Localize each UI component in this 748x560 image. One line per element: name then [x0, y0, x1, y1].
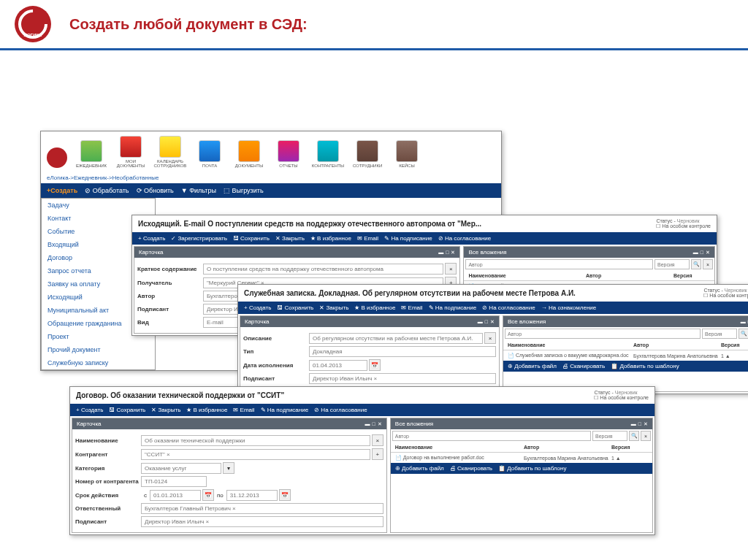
doc-toolbar: + Создать 🖫 Сохранить ✕ Закрыть ★ В избр…	[238, 302, 748, 314]
calendar-icon[interactable]: 📅	[202, 489, 214, 501]
app-icon-mail[interactable]: ПОЧТА	[191, 140, 228, 168]
app-icon-contractors[interactable]: КОНТРАГЕНТЫ	[310, 140, 346, 168]
col-name: Наименование	[468, 273, 586, 278]
input-date[interactable]: 01.04.2013	[309, 360, 367, 371]
refresh-button[interactable]: ⟳ Обновить	[137, 187, 174, 194]
input-responsible[interactable]: Бухгалтеров Главный Петрович ×	[141, 503, 383, 514]
tb-save[interactable]: 🖫 Сохранить	[233, 235, 270, 242]
scan-button[interactable]: 🖨 Сканировать	[562, 363, 605, 369]
tb-save[interactable]: 🖫 Сохранить	[277, 304, 313, 311]
create-button[interactable]: +Создать	[47, 187, 77, 194]
app-icon-docs[interactable]: ДОКУМЕНТЫ	[231, 140, 267, 168]
input-type[interactable]: Докладная	[309, 346, 496, 357]
main-toolbar: +Создать ⊘ Обработать ⟳ Обновить ▼ Фильт…	[41, 183, 501, 198]
input-date-from[interactable]: 01.01.2013	[150, 490, 201, 501]
dropdown-item[interactable]: Прочий документ	[42, 343, 155, 356]
tb-sign[interactable]: ✎ На подписание	[261, 407, 309, 413]
app-icon-calendar[interactable]: КАЛЕНДАРЬ СОТРУДНИКОВ	[152, 136, 188, 168]
add-file-button[interactable]: ⊕ Добавить файл	[508, 363, 557, 369]
app-icon-cases[interactable]: КЕЙСЫ	[389, 140, 425, 168]
lbl-desc: Описание	[243, 335, 309, 342]
clear-icon[interactable]: ×	[372, 434, 383, 446]
clear-icon[interactable]: ×	[641, 431, 651, 441]
doc-status: Статус - Черновик☐ На особом контроле	[656, 218, 711, 229]
tb-fav[interactable]: ★ В избранное	[354, 304, 395, 311]
add-template-button[interactable]: 📋 Добавить по шаблону	[611, 363, 679, 369]
app-icon-reports[interactable]: ОТЧЕТЫ	[270, 140, 307, 168]
search-author[interactable]	[505, 329, 701, 339]
panel-min-icon[interactable]: ▬	[438, 250, 443, 256]
tb-create[interactable]: + Создать	[76, 407, 103, 413]
logo-text: ЛОГИКА	[24, 33, 42, 37]
tb-save[interactable]: 🖫 Сохранить	[109, 407, 145, 413]
col-author: Автор	[586, 273, 673, 278]
attach-row[interactable]: 📄 Договор на выполнение работ.docБухгалт…	[391, 453, 652, 463]
tb-approve[interactable]: ⊘ На согласование	[482, 304, 535, 311]
tb-approve[interactable]: ⊘ На согласование	[314, 407, 367, 413]
input-name[interactable]: Об оказании технической поддержки	[141, 435, 370, 446]
tb-close[interactable]: ✕ Закрыть	[319, 304, 348, 311]
tb-email[interactable]: ✉ Email	[233, 407, 254, 413]
mini-logo-icon	[47, 147, 67, 168]
clear-icon[interactable]: ×	[703, 259, 713, 269]
search-version[interactable]	[702, 329, 737, 339]
input-signer[interactable]: Директор Иван Ильич ×	[141, 516, 383, 527]
clear-icon[interactable]: ×	[484, 332, 496, 344]
app-icon-daily[interactable]: ЕЖЕДНЕВНИК	[73, 140, 110, 168]
filters-button[interactable]: ▼ Фильтры	[181, 187, 216, 194]
calendar-icon[interactable]: 📅	[369, 359, 381, 371]
input-date-to[interactable]: 31.12.2013	[226, 490, 278, 501]
dropdown-item[interactable]: Задачу	[42, 199, 155, 212]
search-icon[interactable]: 🔍	[691, 259, 701, 269]
lbl-summary: Краткое содержание	[137, 266, 203, 272]
calendar-icon[interactable]: 📅	[279, 489, 291, 501]
dropdown-item[interactable]: Служебную записку	[42, 356, 155, 369]
tb-close[interactable]: ✕ Закрыть	[275, 235, 305, 242]
panel-close-icon[interactable]: ✕	[451, 250, 455, 256]
app-icon-mydocs[interactable]: МОИ ДОКУМЕНТЫ	[112, 136, 149, 168]
tb-register[interactable]: ✓ Зарегистрировать	[171, 235, 227, 242]
scan-button[interactable]: 🖨 Сканировать	[450, 465, 492, 472]
tb-email[interactable]: ✉ Email	[357, 235, 378, 242]
app-icon-staff[interactable]: СОТРУДНИКИ	[349, 140, 386, 168]
panel-max-icon[interactable]: □	[701, 250, 703, 256]
input-category[interactable]: Оказание услуг	[141, 463, 221, 474]
breadcrumb[interactable]: еЛогика->Ежедневник->Необработанные	[41, 172, 501, 183]
search-icon[interactable]: 🔍	[739, 329, 748, 339]
export-button[interactable]: ⬚ Выгрузить	[224, 187, 264, 194]
tb-sign[interactable]: ✎ На подписание	[429, 304, 477, 311]
input-summary[interactable]: О поступлении средств на поддержку отече…	[203, 264, 443, 275]
add-template-button[interactable]: 📋 Добавить по шаблону	[498, 465, 567, 472]
dropdown-icon[interactable]: ▾	[223, 462, 234, 474]
tb-fav[interactable]: ★ В избранное	[186, 407, 227, 413]
input-contractor[interactable]: "ССИТ" ×	[141, 449, 370, 460]
tb-create[interactable]: + Создать	[138, 235, 165, 242]
tb-close[interactable]: ✕ Закрыть	[151, 407, 180, 413]
icon-toolbar: ЕЖЕДНЕВНИК МОИ ДОКУМЕНТЫ КАЛЕНДАРЬ СОТРУ…	[41, 131, 501, 172]
lbl-date: Дата исполнения	[243, 362, 309, 369]
input-number[interactable]: ТП-0124	[141, 476, 207, 487]
search-version[interactable]	[592, 431, 627, 441]
tb-fav[interactable]: ★ В избранное	[310, 235, 351, 242]
panel-min-icon[interactable]: ▬	[693, 250, 698, 256]
tb-approve[interactable]: ⊘ На согласование	[438, 235, 492, 242]
add-file-button[interactable]: ⊕ Добавить файл	[395, 465, 444, 472]
doc-title: Служебная записка. Докладная. Об регуляр…	[244, 289, 576, 297]
lbl-author: Автор	[137, 293, 203, 299]
search-version[interactable]	[654, 259, 690, 269]
search-author[interactable]	[465, 259, 653, 269]
panel-max-icon[interactable]: □	[446, 250, 449, 256]
tb-review[interactable]: → На ознакомление	[541, 304, 597, 311]
add-icon[interactable]: +	[372, 448, 383, 460]
tb-create[interactable]: + Создать	[244, 304, 271, 311]
input-signer[interactable]: Директор Иван Ильич ×	[309, 373, 496, 384]
tb-sign[interactable]: ✎ На подписание	[384, 235, 432, 242]
attach-row[interactable]: 📄 Служебная записка о вакууме квадрокарн…	[503, 350, 748, 361]
process-button[interactable]: ⊘ Обработать	[85, 187, 129, 194]
input-desc[interactable]: Об регулярном отсутствии на рабочем мест…	[309, 333, 483, 344]
search-author[interactable]	[392, 431, 591, 441]
clear-icon[interactable]: ×	[445, 263, 457, 275]
tb-email[interactable]: ✉ Email	[401, 304, 422, 311]
panel-close-icon[interactable]: ✕	[706, 250, 710, 256]
search-icon[interactable]: 🔍	[629, 431, 639, 441]
